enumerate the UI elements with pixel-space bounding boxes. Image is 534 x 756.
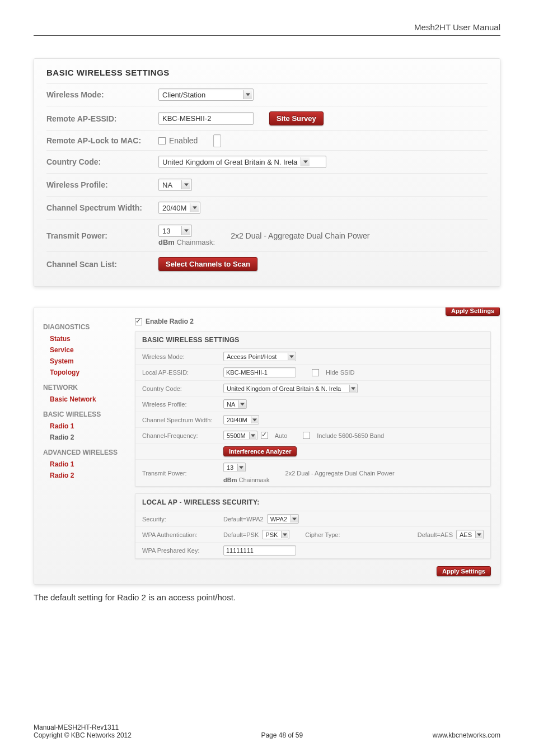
sidebar-group-diagnostics: DIAGNOSTICS [43,323,123,331]
hide-ssid-checkbox[interactable] [312,369,319,376]
site-survey-button[interactable]: Site Survey [269,111,324,125]
radio2-config-panel: DIAGNOSTICS Status Service System Topolo… [34,307,500,585]
wireless-mode-label: Wireless Mode: [46,90,158,99]
wireless-profile-select[interactable]: NA [158,179,192,191]
country-code-value: United Kingdom of Great Britain & N. Ire… [162,158,297,166]
bws-row-wireless-mode: Wireless Mode: Access Point/Host [135,349,490,365]
sidebar-item-status[interactable]: Status [43,333,123,344]
bws-row-country-code: Country Code: United Kingdom of Great Br… [135,381,490,396]
apply-settings-button-bottom[interactable]: Apply Settings [437,566,491,576]
footer-page: Page 48 of 59 [261,731,303,739]
sec-title: LOCAL AP - WIRELESS SECURITY: [135,494,490,511]
tx-power-label: Transmit Power: [46,231,158,240]
bws-tx-power-value: 13 [227,464,233,471]
wireless-profile-value: NA [162,181,172,189]
sec-cipher-value: AES [460,531,472,538]
bws-csw-select[interactable]: 20/40M [223,415,259,424]
sidebar-item-bw-radio2[interactable]: Radio 2 [43,432,123,443]
tx-power-select[interactable]: 13 [158,225,192,237]
enable-radio2-label: Enable Radio 2 [146,318,194,325]
bws-chainmask-label: dBm Chainmask [223,477,270,483]
sec-wpa-auth-select[interactable]: PSK [262,530,289,539]
sidebar-item-topology[interactable]: Topology [43,367,123,378]
caption-text: The default setting for Radio 2 is an ac… [34,592,500,602]
security-inner-panel: LOCAL AP - WIRELESS SECURITY: Security: … [135,493,491,559]
remote-ap-essid-input[interactable]: KBC-MESHII-2 [158,112,254,125]
tx-power-value: 13 [162,227,170,235]
chevron-down-icon [349,385,357,392]
sidebar-item-system[interactable]: System [43,356,123,367]
bws-row-csw: Channel Spectrum Width: 20/40M [135,412,490,428]
row-tx-power: Transmit Power: 13 dBm Chainmask: 2x2 Du… [46,220,488,252]
chevron-down-icon [243,90,252,99]
sec-wpa-auth-value: PSK [265,531,278,538]
cf-auto-checkbox[interactable] [261,432,268,439]
csw-value: 20/40M [162,204,186,212]
csw-label: Channel Spectrum Width: [46,203,158,212]
sidebar-group-network: NETWORK [43,384,123,391]
bws-tx-power-label: Transmit Power: [142,470,223,477]
bws-local-ap-essid-input[interactable]: KBC-MESHII-1 [223,367,296,377]
row-scan-list: Channel Scan List: Select Channels to Sc… [46,252,488,276]
sidebar-item-service[interactable]: Service [43,344,123,356]
sec-security-label: Security: [142,516,223,522]
remote-ap-lock-checkbox[interactable] [158,137,166,144]
chevron-down-icon [288,353,295,360]
scan-list-label: Channel Scan List: [46,260,158,269]
bws-wireless-profile-label: Wireless Profile: [142,401,223,408]
enable-radio2-checkbox[interactable] [135,318,142,325]
bws-row-local-ap-essid: Local AP-ESSID: KBC-MESHII-1 Hide SSID [135,365,490,381]
bws-wireless-profile-value: NA [227,401,235,408]
remote-ap-lock-input[interactable] [213,134,221,147]
select-channels-button[interactable]: Select Channels to Scan [158,257,257,271]
sec-security-value: WPA2 [270,516,287,522]
bws-country-code-select[interactable]: United Kingdom of Great Britain & N. Ire… [223,384,358,393]
bws-row-wireless-profile: Wireless Profile: NA [135,396,490,412]
bws-cf-label: Channel-Frequency: [142,432,223,439]
wireless-mode-select[interactable]: Client/Station [158,88,254,101]
row-csw: Channel Spectrum Width: 20/40M [46,197,488,220]
sidebar-item-aw-radio1[interactable]: Radio 1 [43,459,123,470]
wireless-mode-value: Client/Station [162,91,205,99]
sidebar-item-basic-network[interactable]: Basic Network [43,394,123,405]
panel1-title: BASIC WIRELESS SETTINGS [46,68,488,83]
cf-band-checkbox[interactable] [303,432,310,439]
bws-cf-select[interactable]: 5500M [223,431,257,440]
header-rule [34,35,500,36]
cf-auto-label: Auto [275,432,288,439]
bws-wireless-mode-select[interactable]: Access Point/Host [223,352,296,361]
bws-country-code-label: Country Code: [142,385,223,392]
bws-row-cf: Channel-Frequency: 5500M Auto Include 56… [135,428,490,444]
bws-tx-power-select[interactable]: 13 [223,463,246,472]
interference-analyzer-button[interactable]: Interference Analyzer [223,446,297,456]
bws-csw-label: Channel Spectrum Width: [142,417,223,423]
page-footer: Manual-MESH2HT-Rev1311 Copyright © KBC N… [34,724,500,739]
sec-preshared-input[interactable]: 11111111 [223,545,296,556]
sidebar-item-aw-radio2[interactable]: Radio 2 [43,470,123,481]
row-wireless-profile: Wireless Profile: NA [46,174,488,197]
sidebar-group-basic-wireless: BASIC WIRELESS [43,410,123,418]
basic-wireless-panel-1: BASIC WIRELESS SETTINGS Wireless Mode: C… [34,58,500,287]
chevron-down-icon [237,464,245,471]
row-remote-ap-essid: Remote AP-ESSID: KBC-MESHII-2 Site Surve… [46,106,488,131]
sec-cipher-select[interactable]: AES [456,530,484,539]
bws-local-ap-essid-label: Local AP-ESSID: [142,369,223,376]
content-area: Apply Settings Enable Radio 2 BASIC WIRE… [129,307,500,584]
bws-wireless-profile-select[interactable]: NA [223,399,247,409]
sidebar-item-bw-radio1[interactable]: Radio 1 [43,421,123,432]
doc-title: Mesh2HT User Manual [414,22,500,32]
remote-ap-lock-checkbox-label: Enabled [169,136,198,145]
bws-cf-value: 5500M [227,432,246,439]
doc-header: Mesh2HT User Manual [34,22,500,41]
sec-cipher-prefix: Default=AES [418,531,453,538]
chevron-down-icon [190,203,199,212]
csw-select[interactable]: 20/40M [158,202,200,214]
bws-row-ia: Interference Analyzer [135,444,490,460]
footer-url: www.kbcnetworks.com [433,731,500,739]
footer-line1: Manual-MESH2HT-Rev1311 [34,724,500,731]
apply-settings-button-top[interactable]: Apply Settings [446,307,500,316]
sec-security-select[interactable]: WPA2 [267,514,299,524]
remote-ap-essid-label: Remote AP-ESSID: [46,114,158,123]
sec-row-preshared: WPA Preshared Key: 11111111 [135,543,490,558]
country-code-select[interactable]: United Kingdom of Great Britain & N. Ire… [158,156,326,168]
